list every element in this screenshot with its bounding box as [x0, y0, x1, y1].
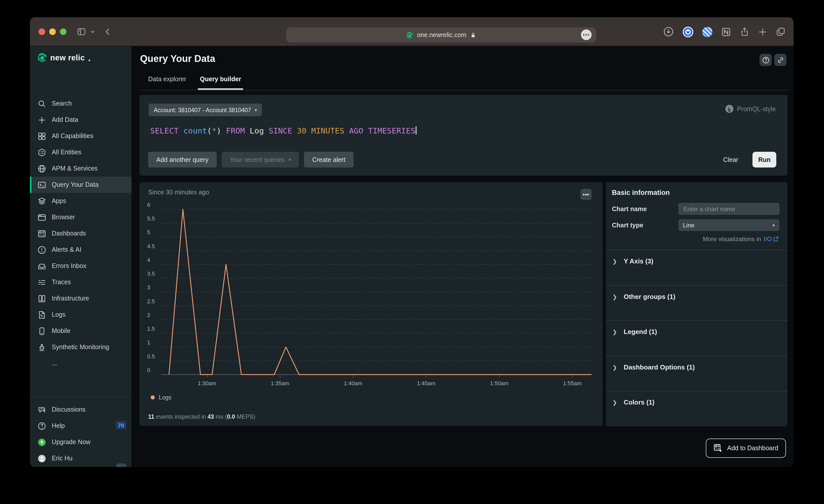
sidebar-item-alerts-ai[interactable]: Alerts & AI: [30, 241, 131, 258]
nrql-token: SINCE: [264, 126, 297, 135]
minimize-button[interactable]: [49, 28, 56, 35]
help-icon[interactable]: [759, 54, 772, 66]
timeseries-chart[interactable]: 00.511.522.533.544.555.561:30am1:35am1:4…: [145, 203, 597, 389]
sidebar-item-all-entities[interactable]: All Entities: [30, 144, 131, 161]
browser-window: one.newrelic.com •••: [30, 17, 794, 467]
section-legend[interactable]: ❯Legend (1): [606, 320, 788, 356]
chart-legend[interactable]: Logs: [151, 394, 172, 400]
layers-icon: [37, 197, 46, 205]
nrql-token: AGO: [344, 126, 363, 135]
sidebar-item-browser[interactable]: Browser: [30, 209, 131, 225]
svg-text:1:30am: 1:30am: [198, 380, 216, 387]
main-content: Query Your Data Data explorerQuery build…: [131, 46, 794, 467]
io-link[interactable]: I/O: [763, 235, 779, 242]
section-colors[interactable]: ❯Colors (1): [606, 391, 788, 426]
sidebar-item-label: Browser: [52, 214, 75, 221]
sidebar-item-query-your-data[interactable]: Query Your Data: [30, 177, 131, 193]
grid-icon: [37, 132, 46, 140]
sidebar-item-infrastructure[interactable]: Infrastructure: [30, 290, 131, 307]
sidebar-item-label: Search: [52, 100, 72, 107]
chart-name-input[interactable]: [679, 203, 779, 215]
tab-overview-icon[interactable]: [776, 27, 786, 36]
more-visualizations: More visualizations in I/O: [703, 235, 779, 242]
new-tab-icon[interactable]: [758, 27, 767, 36]
section-y-axis[interactable]: ❯Y Axis (3): [606, 250, 788, 285]
sidebar-item-dashboards[interactable]: Dashboards: [30, 225, 131, 241]
sidebar-item-label: Query Your Data: [52, 181, 99, 188]
chevron-right-icon: ❯: [612, 399, 617, 406]
query-stats: 11 events inspected in 43 ms (0.0 MEPS): [148, 414, 255, 420]
duration-ms: 43: [208, 414, 214, 420]
legend-label: Logs: [159, 394, 172, 400]
section-other-groups[interactable]: ❯Other groups (1): [606, 285, 788, 320]
sidebar-item-discussions[interactable]: Discussions: [30, 401, 131, 418]
create-alert-button[interactable]: Create alert: [304, 152, 354, 168]
sidebar-item-synthetic-monitoring[interactable]: Synthetic Monitoring: [30, 339, 131, 355]
sidebar-item-logs[interactable]: Logs: [30, 307, 131, 323]
chevron-right-icon: ❯: [612, 329, 617, 335]
nrql-token: count: [183, 126, 207, 135]
chevron-right-icon: ❯: [612, 294, 617, 300]
recent-queries-dropdown[interactable]: Your recent queries ▾: [222, 152, 299, 168]
clear-button[interactable]: Clear: [723, 152, 738, 168]
add-to-dashboard-button[interactable]: Add to Dashboard: [706, 438, 786, 458]
back-icon[interactable]: [104, 27, 112, 36]
logo-trademark: ●: [88, 59, 90, 62]
tab-data-explorer[interactable]: Data explorer: [148, 76, 186, 90]
address-bar[interactable]: one.newrelic.com •••: [286, 27, 596, 42]
upgrade-circle-icon: [37, 438, 46, 446]
dashboard-plus-icon: [713, 443, 723, 453]
inbox-icon: [37, 262, 46, 270]
onepassword-icon[interactable]: [683, 26, 694, 37]
sidebar-item-all-capabilities[interactable]: All Capabilities: [30, 128, 131, 144]
chart-type-label: Chart type: [612, 221, 679, 229]
run-button[interactable]: Run: [752, 152, 776, 168]
account-selector-label: Account: 3810407 - Account 3810407: [154, 107, 251, 113]
browser-toolbar: one.newrelic.com •••: [30, 17, 794, 46]
chart-name-row: Chart name: [612, 203, 779, 215]
permalink-icon[interactable]: [774, 54, 787, 66]
section-dashboard-options[interactable]: ❯Dashboard Options (1): [606, 356, 788, 391]
tab-group-chevron-icon[interactable]: [90, 29, 95, 34]
zoom-button[interactable]: [60, 28, 67, 35]
page-settings-button[interactable]: •••: [581, 29, 592, 40]
close-button[interactable]: [38, 28, 45, 35]
sidebar-item-help[interactable]: Help70: [30, 418, 131, 434]
sidebar-item-add-data[interactable]: Add Data: [30, 112, 131, 128]
chart-type-select[interactable]: Line ▾: [679, 219, 779, 231]
servers-icon: [37, 294, 46, 303]
sidebar-item-label: Discussions: [52, 406, 86, 413]
add-another-query-button[interactable]: Add another query: [148, 152, 217, 168]
sidebar-item-user[interactable]: Eric Hu: [30, 450, 131, 467]
stats-text: MEPS): [235, 414, 255, 420]
sidebar-item-mobile[interactable]: Mobile: [30, 323, 131, 339]
sidebar-collapse-button[interactable]: |←: [116, 464, 126, 467]
chart-options-button[interactable]: •••: [581, 189, 592, 200]
sidebar-item-upgrade[interactable]: Upgrade Now: [30, 434, 131, 450]
account-selector[interactable]: Account: 3810407 - Account 3810407 ▾: [149, 104, 262, 116]
query-builder-panel: Account: 3810407 - Account 3810407 ▾ Pro…: [139, 95, 788, 176]
sidebar-item-apm-services[interactable]: APM & Services: [30, 161, 131, 177]
promql-style-toggle[interactable]: PromQL-style: [725, 105, 776, 113]
content-blocker-icon[interactable]: [702, 27, 712, 37]
svg-text:1:40am: 1:40am: [344, 380, 362, 387]
sidebar-item-more[interactable]: ...: [30, 355, 131, 372]
svg-text:1.5: 1.5: [147, 326, 155, 332]
sidebar-item-errors-inbox[interactable]: Errors Inbox: [30, 258, 131, 274]
sidebar-item-search[interactable]: Search: [30, 95, 131, 112]
tab-query-builder[interactable]: Query builder: [200, 76, 241, 90]
svg-text:1: 1: [147, 339, 150, 346]
sidebar-item-traces[interactable]: Traces: [30, 274, 131, 290]
svg-text:0: 0: [147, 367, 150, 373]
svg-text:3.5: 3.5: [147, 271, 155, 277]
nrql-query-editor[interactable]: SELECT count(*) FROM Log SINCE 30 MINUTE…: [150, 126, 416, 135]
share-icon[interactable]: [740, 27, 749, 37]
page-title: Query Your Data: [140, 53, 215, 65]
notion-icon[interactable]: [721, 27, 731, 37]
plus-icon: [37, 115, 46, 124]
newrelic-logo[interactable]: new relic ●: [37, 52, 91, 63]
nrql-token: MINUTES: [306, 126, 344, 135]
downloads-icon[interactable]: [663, 26, 674, 37]
sidebar-item-apps[interactable]: Apps: [30, 193, 131, 209]
sidebar-toggle-icon[interactable]: [77, 27, 86, 36]
